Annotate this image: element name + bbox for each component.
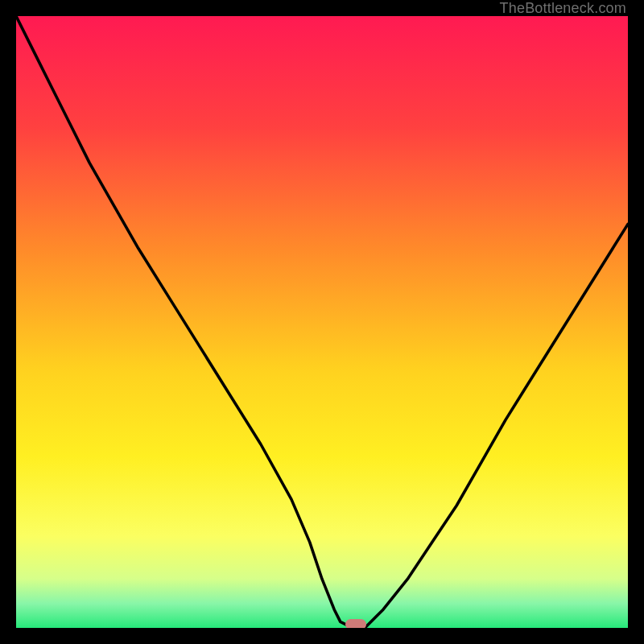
chart-frame: TheBottleneck.com: [0, 0, 644, 644]
bottleneck-curve: [16, 16, 628, 628]
plot-area: [16, 16, 628, 628]
min-marker: [345, 619, 366, 628]
attribution-text: TheBottleneck.com: [500, 0, 626, 17]
